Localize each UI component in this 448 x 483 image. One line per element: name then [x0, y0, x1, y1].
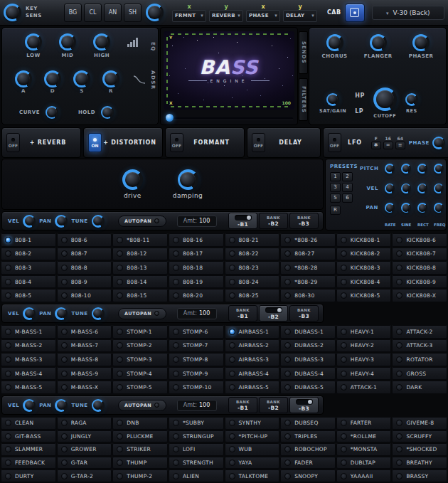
tune-knob[interactable] — [92, 307, 105, 320]
sample-cell[interactable]: AIRBASS-2 — [225, 339, 280, 353]
sample-cell[interactable]: ATTACK-2 — [392, 325, 447, 339]
pan-knob[interactable] — [55, 307, 68, 320]
sample-cell[interactable]: FADER — [280, 457, 336, 469]
divider-16-button[interactable]: = — [383, 142, 393, 149]
sample-cell[interactable]: *SUBBY — [169, 417, 224, 430]
sample-cell[interactable]: STOMP-7 — [169, 339, 224, 353]
pitch-freq-knob[interactable] — [434, 164, 444, 174]
sample-cell[interactable]: WUB — [225, 443, 280, 456]
sample-cell[interactable]: SYNTHY — [225, 417, 280, 430]
sample-cell[interactable]: *SHOCKED — [392, 443, 447, 456]
delay-slot-label[interactable]: DELAY — [265, 139, 316, 146]
pitch-rate-knob[interactable] — [385, 164, 395, 174]
sample-cell[interactable]: *808-29 — [280, 275, 336, 289]
pan-sine-knob[interactable] — [401, 203, 411, 213]
pitch-rect-knob[interactable] — [417, 164, 427, 174]
sample-cell[interactable]: KICK808-9 — [392, 275, 447, 289]
bank-button-b1[interactable]: -B1 — [228, 213, 257, 229]
sample-cell[interactable]: CLEAN — [1, 417, 56, 430]
distortion-slot-label[interactable]: + DISTORTION — [102, 139, 158, 146]
sample-cell[interactable]: G-TAR — [57, 457, 112, 469]
sample-cell[interactable]: HEAVY-3 — [336, 353, 392, 366]
sample-cell[interactable]: YAYA — [225, 457, 280, 469]
sample-cell[interactable]: AIRBASS-5 — [225, 381, 280, 394]
pitch-sine-knob[interactable] — [401, 164, 411, 174]
sample-cell[interactable]: DUBASS-3 — [280, 353, 336, 366]
sample-cell[interactable]: 808-4 — [1, 275, 56, 289]
sample-cell[interactable]: M-BASS-4 — [1, 367, 56, 381]
sample-cell[interactable]: STOMP-2 — [112, 339, 168, 353]
sample-cell[interactable]: SNOOPY — [280, 469, 336, 482]
sample-cell[interactable]: M-BASS-1 — [1, 325, 56, 339]
sample-cell[interactable]: 808-7 — [57, 248, 112, 261]
sample-cell[interactable]: 808-10 — [57, 289, 112, 302]
sample-cell[interactable]: 808-14 — [112, 275, 168, 289]
vel-rate-knob[interactable] — [385, 184, 395, 193]
reverb-slot-label[interactable]: + REVERB — [20, 139, 76, 146]
sample-cell[interactable]: BRASSY — [392, 469, 447, 482]
sample-cell[interactable]: SCRUFFY — [392, 430, 447, 443]
sample-cell[interactable]: *MONSTA — [336, 443, 392, 456]
mode-button-bg[interactable]: BG — [64, 4, 82, 22]
sample-cell[interactable]: STRUNGUP — [169, 430, 224, 443]
sample-cell[interactable]: ROBOCHOP — [280, 443, 336, 456]
sample-cell[interactable]: KICK808-2 — [336, 248, 392, 261]
delay-toggle[interactable]: OFF — [252, 133, 265, 152]
sample-cell[interactable]: KICK808-3 — [336, 261, 392, 275]
mid-knob[interactable] — [59, 33, 76, 51]
sample-cell[interactable]: 808-23 — [225, 261, 280, 275]
drive-knob[interactable] — [122, 169, 143, 190]
sample-cell[interactable]: AIRBASS-4 — [225, 367, 280, 381]
sample-cell[interactable]: STOMP-1 — [112, 325, 168, 339]
sample-cell[interactable]: M-BASS-7 — [57, 339, 112, 353]
divider-f-button[interactable]: ✱ — [371, 142, 381, 149]
tab-filters[interactable]: FILTERS — [299, 78, 308, 121]
lfo-toggle[interactable]: OFF — [328, 133, 341, 152]
sample-cell[interactable]: THUMP-2 — [112, 469, 168, 482]
mode-button-an[interactable]: AN — [104, 4, 122, 22]
sample-cell[interactable]: STOMP-6 — [169, 325, 224, 339]
sample-cell[interactable]: 808-16 — [169, 233, 224, 247]
res-knob[interactable] — [405, 93, 418, 106]
phase-dropdown[interactable]: PHASE — [246, 10, 280, 22]
autopan-button[interactable]: AUTOPAN — [118, 216, 166, 227]
sample-cell[interactable]: 808-9 — [57, 275, 112, 289]
cabinet-select[interactable]: V-30 (Back) — [372, 6, 444, 20]
sample-cell[interactable]: DUBASS-2 — [280, 339, 336, 353]
divider-64-button[interactable]: ≡ — [395, 142, 405, 149]
sample-cell[interactable]: RAGA — [57, 417, 112, 430]
vel-freq-knob[interactable] — [434, 184, 444, 193]
cutoff-knob[interactable] — [373, 87, 397, 111]
vel-knob[interactable] — [23, 307, 36, 320]
delay-dropdown[interactable]: DELAY — [283, 10, 317, 22]
tune-knob[interactable] — [92, 215, 105, 228]
sample-cell[interactable]: BREATHY — [392, 457, 447, 469]
sample-cell[interactable]: DARK — [392, 381, 447, 394]
flanger-knob[interactable] — [370, 34, 387, 51]
release-knob[interactable] — [102, 70, 119, 87]
sample-cell[interactable]: JUNGLY — [57, 430, 112, 443]
sample-cell[interactable]: ATTACK-3 — [392, 339, 447, 353]
sample-cell[interactable]: STOMP-4 — [112, 367, 168, 381]
sustain-knob[interactable] — [73, 70, 90, 87]
preset-slot-3[interactable]: 3 — [330, 183, 341, 192]
lp-label[interactable]: LP — [355, 108, 365, 115]
mod-amount-knob[interactable] — [146, 4, 164, 21]
sample-cell[interactable]: 808-8 — [57, 261, 112, 275]
sample-cell[interactable]: STOMP-3 — [112, 353, 168, 366]
pan-rect-knob[interactable] — [417, 203, 427, 213]
sample-cell[interactable]: 808-12 — [112, 248, 168, 261]
pan-knob[interactable] — [55, 399, 68, 412]
preset-slot-4[interactable]: 4 — [342, 183, 353, 192]
mode-button-cl[interactable]: CL — [84, 4, 102, 22]
sample-cell[interactable]: 808-17 — [169, 248, 224, 261]
high-knob[interactable] — [93, 33, 110, 51]
lfo-phase-knob[interactable] — [432, 137, 445, 149]
sample-cell[interactable]: ATTACK-1 — [336, 381, 392, 394]
preset-random-button[interactable]: R — [330, 206, 341, 215]
sample-cell[interactable]: *ROLLME — [336, 430, 392, 443]
formant-toggle[interactable]: OFF — [170, 133, 183, 152]
attack-knob[interactable] — [15, 70, 32, 87]
preset-slot-2[interactable]: 2 — [342, 172, 353, 181]
bank-button-b3[interactable]: -B3 — [289, 397, 319, 413]
